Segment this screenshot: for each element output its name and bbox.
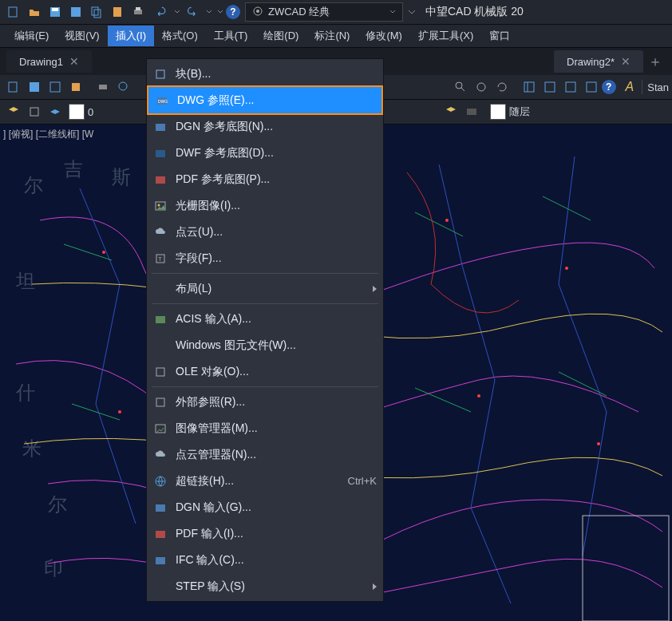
menu-item[interactable]: 布局(L) xyxy=(147,275,383,302)
dwg-icon: DWG xyxy=(155,93,169,108)
close-icon[interactable]: ✕ xyxy=(621,55,630,68)
toolbar-chevron-icon[interactable] xyxy=(408,8,416,16)
menu-视图[interactable]: 视图(V) xyxy=(57,26,107,46)
menu-格式[interactable]: 格式(O) xyxy=(154,26,206,46)
menu-item[interactable]: STEP 输入(S) xyxy=(147,573,383,599)
qat-more-icon[interactable] xyxy=(216,3,224,21)
save-icon[interactable] xyxy=(46,3,64,21)
zoom-icon[interactable] xyxy=(452,78,469,96)
help-icon[interactable]: ? xyxy=(226,5,240,19)
workspace-label: ZWCAD 经典 xyxy=(268,5,330,19)
menu-工具[interactable]: 工具(T) xyxy=(206,26,256,46)
workspace-combo[interactable]: ZWCAD 经典 xyxy=(245,2,403,22)
insert-menu-dropdown: 块(B)...DWGDWG 参照(E)...DGN 参考底图(N)...DWF … xyxy=(146,58,384,602)
viewport-status: ] [俯视] [二维线框] [W xyxy=(3,128,93,141)
svg-line-18 xyxy=(461,88,464,91)
menu-插入[interactable]: 插入(I) xyxy=(108,26,154,46)
menu-item[interactable]: 块(B)... xyxy=(147,61,383,87)
panel-icon[interactable] xyxy=(583,78,600,96)
layer-icon[interactable] xyxy=(46,103,64,121)
svg-rect-15 xyxy=(99,85,107,89)
redo-dropdown-icon[interactable] xyxy=(205,3,213,21)
paste-icon[interactable] xyxy=(109,3,126,21)
menu-item[interactable]: 光栅图像(I)... xyxy=(147,192,383,219)
close-icon[interactable]: ✕ xyxy=(69,55,79,68)
print-icon[interactable] xyxy=(129,3,147,21)
svg-point-16 xyxy=(119,82,127,90)
add-tab-button[interactable]: ＋ xyxy=(645,51,666,72)
menu-item[interactable]: 图像管理器(M)... xyxy=(147,415,383,441)
saveas-icon[interactable] xyxy=(67,3,85,21)
layer-zero[interactable]: 0 xyxy=(88,106,93,118)
menu-编辑[interactable]: 编辑(E) xyxy=(6,26,57,46)
svg-rect-49 xyxy=(156,504,165,512)
tab-drawing1[interactable]: Drawing1 ✕ xyxy=(6,50,92,73)
menu-窗口[interactable]: 窗口 xyxy=(481,26,518,46)
svg-rect-25 xyxy=(30,108,38,116)
text-style-icon[interactable]: A xyxy=(626,80,634,94)
print-icon[interactable] xyxy=(94,78,112,96)
refresh-icon[interactable] xyxy=(493,78,511,96)
menu-item[interactable]: DWF 参考底图(D)... xyxy=(147,140,383,166)
menu-item[interactable]: IFC 输入(C)... xyxy=(147,547,383,573)
menu-item[interactable]: DGN 输入(G)... xyxy=(147,494,383,520)
layer-icon[interactable] xyxy=(442,103,460,121)
layer-icon[interactable] xyxy=(463,103,480,121)
svg-point-17 xyxy=(456,82,462,89)
tab-label: Drawing2* xyxy=(567,56,615,68)
pan-icon[interactable] xyxy=(472,78,490,96)
menu-item[interactable]: DGN 参考底图(N)... xyxy=(147,113,383,140)
pdf-icon xyxy=(153,172,168,187)
svg-rect-8 xyxy=(136,7,140,10)
submenu-arrow-icon xyxy=(373,286,377,292)
svg-rect-0 xyxy=(9,7,17,17)
svg-rect-22 xyxy=(545,82,555,92)
menu-item[interactable]: 外部参照(R)... xyxy=(147,389,383,415)
menu-item[interactable]: DWGDWG 参照(E)... xyxy=(147,85,383,115)
preview-icon[interactable] xyxy=(115,78,132,96)
svg-rect-26 xyxy=(467,109,476,115)
svg-rect-5 xyxy=(94,10,101,18)
menu-item[interactable]: T字段(F)... xyxy=(147,245,383,271)
help-icon[interactable]: ? xyxy=(602,80,616,94)
undo-icon[interactable] xyxy=(152,3,170,21)
menu-绘图[interactable]: 绘图(D) xyxy=(255,26,306,46)
tab-drawing2[interactable]: Drawing2* ✕ xyxy=(554,50,643,73)
panel-icon[interactable] xyxy=(520,78,538,96)
tool-icon[interactable] xyxy=(46,78,64,96)
menu-扩展工具[interactable]: 扩展工具(X) xyxy=(410,26,481,46)
menu-修改[interactable]: 修改(M) xyxy=(358,26,410,46)
block-icon xyxy=(153,67,168,81)
menu-item[interactable]: 点云(U)... xyxy=(147,219,383,245)
style-label[interactable]: Stan xyxy=(647,81,669,93)
open-icon[interactable] xyxy=(26,3,43,21)
app-title: 中望CAD 机械版 20 xyxy=(425,5,524,19)
bylayer-color-swatch[interactable] xyxy=(490,104,506,120)
bylayer-label[interactable]: 随层 xyxy=(509,105,669,119)
menu-item-label: DWG 参照(E)... xyxy=(177,93,375,108)
menu-item-label: DWF 参考底图(D)... xyxy=(176,146,377,160)
new-icon[interactable] xyxy=(5,3,22,21)
menu-item[interactable]: OLE 对象(O)... xyxy=(147,358,383,385)
svg-rect-20 xyxy=(524,82,534,92)
undo-dropdown-icon[interactable] xyxy=(173,3,181,21)
menu-item[interactable]: PDF 输入(I)... xyxy=(147,520,383,547)
menu-item[interactable]: Windows 图元文件(W)... xyxy=(147,332,383,358)
tool-icon[interactable] xyxy=(67,78,85,96)
menubar: 编辑(E)视图(V)插入(I)格式(O)工具(T)绘图(D)标注(N)修改(M)… xyxy=(0,25,672,48)
panel-icon[interactable] xyxy=(541,78,559,96)
tool-icon[interactable] xyxy=(26,78,43,96)
tool-icon[interactable] xyxy=(5,78,22,96)
panel-icon[interactable] xyxy=(562,78,579,96)
menu-标注[interactable]: 标注(N) xyxy=(306,26,358,46)
layer-icon[interactable] xyxy=(5,103,22,121)
menu-item[interactable]: PDF 参考底图(P)... xyxy=(147,166,383,192)
color-swatch[interactable] xyxy=(69,104,85,120)
menu-item[interactable]: 超链接(H)...Ctrl+K xyxy=(147,468,383,494)
copy-icon[interactable] xyxy=(88,3,105,21)
menu-item[interactable]: ACIS 输入(A)... xyxy=(147,306,383,332)
menu-item[interactable]: 点云管理器(N)... xyxy=(147,441,383,468)
blank-icon xyxy=(153,338,168,353)
layer-icon[interactable] xyxy=(26,103,43,121)
redo-icon[interactable] xyxy=(184,3,202,21)
